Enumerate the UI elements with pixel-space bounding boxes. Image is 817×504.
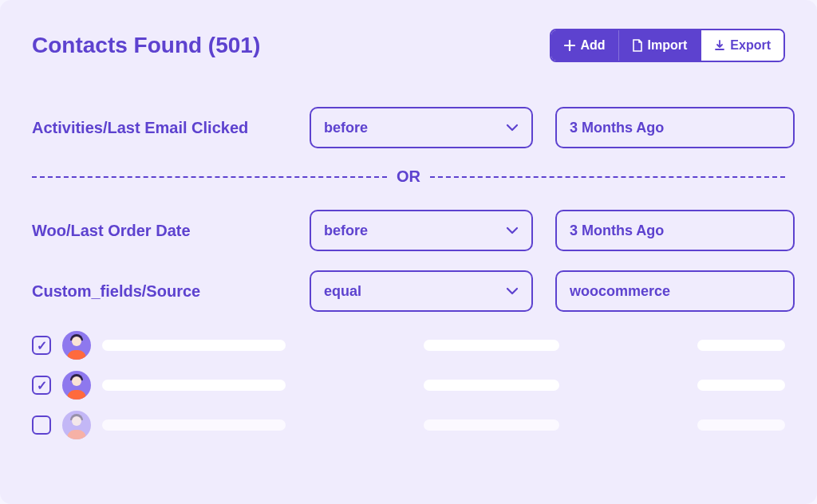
list-item — [32, 411, 785, 439]
row-checkbox[interactable] — [32, 376, 51, 395]
placeholder-text — [424, 340, 559, 351]
filter-operator-select[interactable]: before — [310, 107, 533, 148]
chevron-down-icon — [506, 124, 519, 132]
filter-operator-select[interactable]: before — [310, 210, 533, 251]
placeholder-text — [424, 419, 559, 431]
filter-value-text: 3 Months Ago — [570, 222, 664, 239]
row-checkbox[interactable] — [32, 336, 51, 355]
export-button-label: Export — [730, 38, 771, 53]
row-checkbox[interactable] — [32, 415, 51, 435]
chevron-down-icon — [506, 287, 519, 295]
filter-operator-value: before — [324, 222, 368, 239]
export-button[interactable]: Export — [700, 30, 783, 61]
filter-value-input[interactable]: woocommerce — [555, 270, 795, 312]
filter-value-text: 3 Months Ago — [570, 120, 664, 136]
avatar — [62, 371, 91, 400]
avatar — [62, 411, 91, 439]
add-button[interactable]: Add — [551, 30, 618, 61]
or-label: OR — [397, 167, 420, 186]
divider-line — [430, 176, 785, 178]
import-button-label: Import — [648, 38, 688, 53]
header: Contacts Found (501) Add Import Export — [32, 29, 785, 62]
page-title: Contacts Found (501) — [32, 33, 260, 58]
filter-value-input[interactable]: 3 Months Ago — [555, 107, 795, 148]
filter-operator-value: equal — [324, 283, 361, 300]
filter-row: Woo/Last Order Date before 3 Months Ago — [32, 210, 785, 251]
placeholder-text — [102, 419, 286, 431]
filter-operator-value: before — [324, 120, 368, 136]
filter-operator-select[interactable]: equal — [310, 270, 533, 312]
placeholder-text — [102, 340, 286, 351]
plus-icon — [564, 40, 575, 51]
filter-label: Activities/Last Email Clicked — [32, 119, 287, 137]
list-item — [32, 371, 785, 400]
or-divider: OR — [32, 167, 785, 186]
add-button-label: Add — [580, 38, 605, 53]
filter-row: Activities/Last Email Clicked before 3 M… — [32, 107, 785, 148]
contacts-panel: Contacts Found (501) Add Import Export — [0, 0, 817, 504]
filter-label: Woo/Last Order Date — [32, 222, 287, 240]
filter-value-input[interactable]: 3 Months Ago — [555, 210, 795, 251]
placeholder-text — [697, 419, 785, 431]
divider-line — [32, 176, 387, 178]
placeholder-text — [697, 380, 785, 391]
file-import-icon — [632, 39, 643, 52]
placeholder-text — [424, 380, 559, 391]
chevron-down-icon — [506, 226, 519, 234]
filter-label: Custom_fields/Source — [32, 282, 287, 301]
results-list — [32, 331, 785, 439]
import-button[interactable]: Import — [618, 30, 701, 61]
filter-value-text: woocommerce — [570, 283, 670, 300]
list-item — [32, 331, 785, 360]
avatar — [62, 331, 91, 360]
placeholder-text — [697, 340, 785, 351]
placeholder-text — [102, 380, 286, 391]
filter-row: Custom_fields/Source equal woocommerce — [32, 270, 785, 312]
action-button-group: Add Import Export — [550, 29, 785, 62]
download-icon — [714, 40, 725, 51]
